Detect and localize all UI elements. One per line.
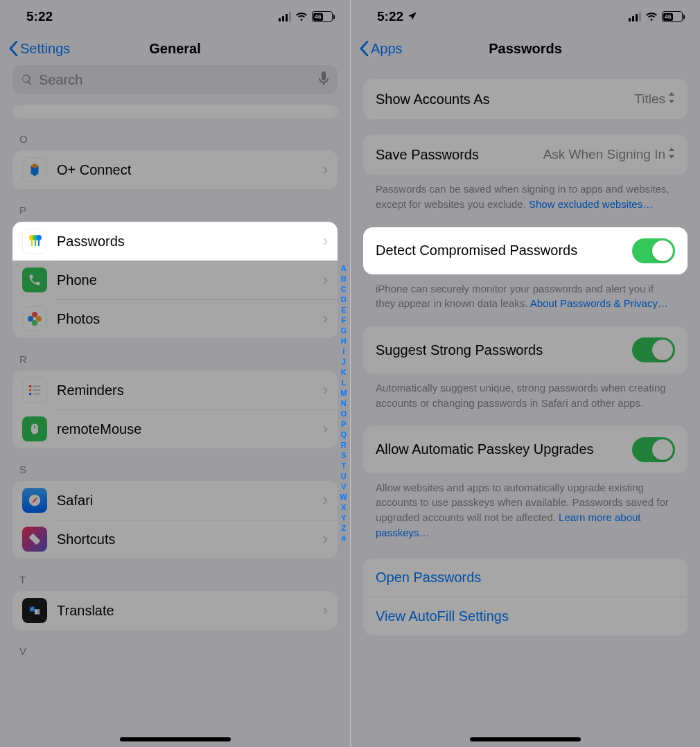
toggle-passkey-upgrades[interactable]: [632, 437, 675, 462]
row-photos[interactable]: Photos ›: [12, 299, 338, 338]
svg-rect-15: [33, 394, 40, 395]
battery-icon: 46: [662, 11, 685, 22]
row-o-connect[interactable]: O+ Connect ›: [12, 150, 338, 189]
section-header-t: T: [12, 559, 338, 591]
row-phone[interactable]: Phone ›: [12, 261, 338, 299]
row-reminders[interactable]: Reminders ›: [12, 371, 338, 410]
row-safari[interactable]: Safari ›: [12, 481, 338, 520]
svg-point-8: [32, 320, 37, 326]
row-translate[interactable]: A文 Translate ›: [12, 591, 338, 630]
index-letter[interactable]: P: [341, 419, 346, 430]
index-letter[interactable]: X: [341, 502, 346, 513]
section-header-s: S: [12, 448, 338, 481]
chevron-right-icon: ›: [323, 420, 328, 438]
phone-icon: [22, 267, 47, 292]
row-label: Show Accounts As: [376, 91, 490, 107]
index-letter[interactable]: W: [340, 492, 347, 502]
passwords-icon: [22, 229, 47, 254]
row-open-passwords[interactable]: Open Passwords: [363, 559, 688, 597]
toggle-detect-compromised[interactable]: [632, 238, 675, 263]
index-letter[interactable]: Y: [341, 513, 346, 523]
row-label: Allow Automatic Passkey Upgrades: [376, 441, 594, 457]
chevron-right-icon: ›: [323, 161, 328, 179]
footer-detect: iPhone can securely monitor your passwor…: [363, 274, 688, 312]
section-header-p: P: [12, 189, 338, 222]
index-letter[interactable]: Z: [341, 523, 346, 534]
row-value: Ask When Signing In: [543, 147, 665, 162]
footer-passkeys: Allow websites and apps to automatically…: [363, 473, 688, 541]
index-letter[interactable]: C: [341, 284, 347, 295]
chevron-right-icon: ›: [323, 530, 328, 548]
svg-point-11: [29, 389, 32, 392]
index-letter[interactable]: O: [341, 409, 347, 419]
index-letter[interactable]: M: [340, 388, 347, 398]
chevron-left-icon: [8, 41, 19, 56]
row-detect-compromised[interactable]: Detect Compromised Passwords: [363, 227, 688, 274]
index-letter[interactable]: L: [341, 378, 346, 388]
safari-icon: [22, 488, 47, 513]
index-letter[interactable]: N: [341, 398, 347, 409]
row-label: Save Passwords: [376, 147, 479, 163]
row-remotemouse[interactable]: remoteMouse ›: [12, 410, 338, 448]
pane-general-settings: 5:22 46 Settings General Search: [0, 0, 350, 747]
search-placeholder: Search: [39, 72, 313, 88]
cellular-icon: [629, 12, 641, 21]
svg-rect-5: [38, 239, 40, 246]
shortcuts-icon: [22, 527, 47, 552]
index-letter[interactable]: S: [341, 450, 346, 461]
svg-rect-17: [34, 425, 35, 428]
index-letter[interactable]: E: [341, 305, 346, 315]
index-letter[interactable]: Q: [341, 430, 347, 440]
search-input[interactable]: Search: [12, 65, 338, 94]
chevron-left-icon: [359, 41, 369, 56]
index-letter[interactable]: G: [341, 326, 347, 336]
index-letter[interactable]: B: [341, 274, 347, 284]
section-header-r: R: [12, 338, 338, 371]
index-letter[interactable]: T: [341, 461, 346, 471]
row-passkey-upgrades[interactable]: Allow Automatic Passkey Upgrades: [363, 426, 688, 473]
wifi-icon: [645, 12, 658, 21]
svg-point-6: [32, 312, 37, 317]
mic-icon[interactable]: [318, 71, 329, 89]
link-excluded-websites[interactable]: Show excluded websites…: [529, 198, 653, 210]
index-letter[interactable]: #: [342, 534, 346, 544]
status-bar: 5:22 46: [351, 0, 700, 33]
row-show-accounts-as[interactable]: Show Accounts As Titles: [363, 79, 688, 119]
svg-rect-14: [33, 389, 40, 391]
index-letter[interactable]: D: [341, 295, 347, 305]
index-letter[interactable]: F: [341, 315, 346, 326]
index-letter[interactable]: A: [341, 263, 347, 274]
row-passwords[interactable]: Passwords ›: [12, 222, 338, 261]
nav-bar: Settings General: [0, 33, 350, 64]
index-letter[interactable]: H: [341, 336, 347, 346]
back-label: Apps: [371, 41, 403, 57]
row-view-autofill[interactable]: View AutoFill Settings: [363, 597, 688, 635]
home-indicator[interactable]: [470, 737, 581, 741]
status-time: 5:22: [377, 9, 403, 24]
index-letter[interactable]: J: [342, 357, 346, 367]
index-letter[interactable]: V: [341, 482, 346, 492]
row-suggest-strong[interactable]: Suggest Strong Passwords: [363, 326, 688, 374]
home-indicator[interactable]: [120, 737, 231, 741]
location-icon: [408, 9, 417, 24]
svg-point-12: [29, 393, 32, 396]
row-shortcuts[interactable]: Shortcuts ›: [12, 520, 338, 559]
cellular-icon: [279, 12, 291, 21]
svg-rect-13: [33, 386, 40, 387]
back-button[interactable]: Settings: [8, 41, 70, 57]
toggle-suggest-strong[interactable]: [632, 337, 675, 362]
index-letter[interactable]: I: [342, 346, 344, 357]
remotemouse-icon: [22, 416, 47, 441]
footer-save-passwords: Passwords can be saved when signing in t…: [363, 175, 688, 212]
chevron-right-icon: ›: [323, 491, 328, 509]
chevron-right-icon: ›: [323, 601, 328, 619]
index-letter[interactable]: K: [341, 367, 347, 378]
chevron-right-icon: ›: [323, 232, 328, 250]
index-letter[interactable]: U: [341, 471, 347, 482]
back-label: Settings: [20, 41, 70, 57]
index-letter[interactable]: R: [341, 440, 347, 450]
alphabet-index[interactable]: ABCDEFGHIJKLMNOPQRSTUVWXYZ#: [340, 263, 347, 544]
link-passwords-privacy[interactable]: About Passwords & Privacy…: [530, 297, 668, 309]
row-save-passwords[interactable]: Save Passwords Ask When Signing In: [363, 134, 688, 175]
back-button[interactable]: Apps: [359, 41, 403, 57]
